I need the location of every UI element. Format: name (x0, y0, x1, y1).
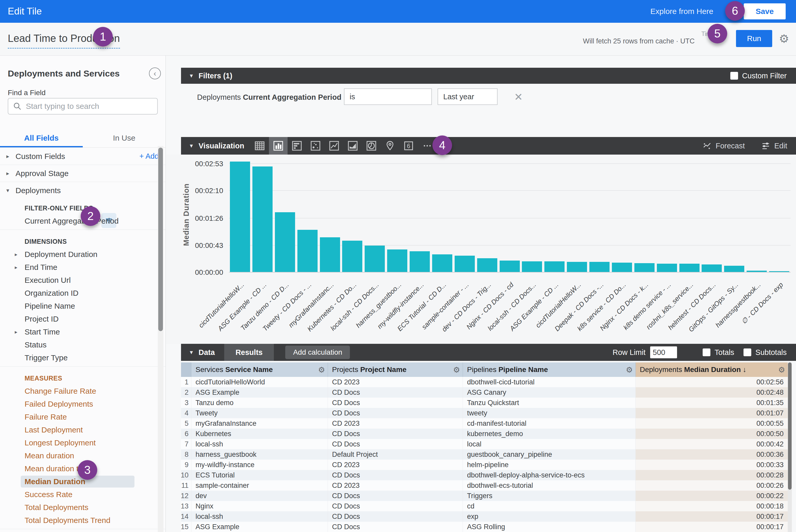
field-change-failure-rate[interactable]: Change Failure Rate (0, 385, 166, 398)
column-header-pipeline-name[interactable]: Pipelines Pipeline Name⚙ (463, 362, 636, 377)
field-start-time[interactable]: ▸Start Time (0, 325, 166, 338)
cell[interactable]: ASG Example (191, 522, 328, 532)
field-end-time[interactable]: ▸End Time (0, 261, 166, 274)
bar-Nginx-CD-Docs-k-[interactable] (634, 263, 654, 272)
cell[interactable]: helm-pipeline (463, 460, 636, 470)
table-scrollbar[interactable] (788, 362, 792, 532)
bar-helmtest-CD-Docs-[interactable] (702, 264, 722, 272)
cell[interactable]: sample-container (191, 480, 328, 491)
bar-my-wildfly-instance-[interactable] (410, 251, 430, 272)
chevron-right-icon[interactable]: ▸ (0, 153, 16, 160)
filter-value-select[interactable]: Last year (438, 89, 498, 105)
bar-ECS-Tutorial-CD-D-[interactable] (432, 254, 452, 272)
cell[interactable]: CD Docs (328, 501, 463, 511)
cell[interactable]: Tanzu demo (191, 398, 328, 408)
cell[interactable]: 00:00:36 (636, 449, 788, 460)
cell[interactable]: CD Docs (328, 522, 463, 532)
field-failure-rate[interactable]: Failure Rate (0, 411, 166, 423)
run-button[interactable]: Run (736, 30, 772, 47)
cell[interactable]: ASG Example (191, 387, 328, 398)
tab-all-fields[interactable]: All Fields (0, 129, 83, 147)
cell[interactable]: 00:00:33 (636, 460, 788, 470)
cell[interactable]: guestbook_canary_pipeline (463, 449, 636, 460)
bar-Nginx-CD-Docs-cd[interactable] (500, 261, 520, 272)
bar--CD-Docs-exp[interactable] (769, 271, 789, 272)
field-success-rate[interactable]: Success Rate (0, 488, 166, 501)
cell[interactable]: dbothwell-ecs-tutorial (463, 480, 636, 491)
cell[interactable]: CD Docs (328, 491, 463, 501)
chevron-right-icon[interactable]: ▸ (0, 170, 16, 177)
visualization-collapse-icon[interactable]: ▼ (189, 143, 194, 149)
cell[interactable]: 00:00:50 (636, 429, 788, 439)
forecast-button[interactable]: Forecast (703, 141, 745, 150)
field-execution-url[interactable]: Execution Url (0, 274, 166, 287)
cell[interactable]: cicdTutorialHelloWorld (191, 377, 328, 387)
cell[interactable]: dbothwell-cicd-tutorial (463, 377, 636, 387)
cell[interactable]: harness_guestbook (191, 449, 328, 460)
cell[interactable]: 00:00:26 (636, 480, 788, 491)
cell[interactable]: 00:00:55 (636, 418, 788, 429)
field-search[interactable] (8, 98, 158, 115)
bar-chart-icon[interactable] (288, 137, 306, 155)
cell[interactable]: dbothwell-deploy-alpha-service-to-ecs (463, 470, 636, 480)
cell[interactable]: ASG Canary (463, 387, 636, 398)
column-chart-icon[interactable] (269, 137, 288, 155)
remove-filter-icon[interactable]: ✕ (514, 91, 523, 103)
cell[interactable]: CD Docs (328, 398, 463, 408)
cell[interactable]: kubernetes_demo (463, 429, 636, 439)
tab-in-use[interactable]: In Use (83, 129, 166, 147)
cell[interactable]: myGrafanaInstance (191, 418, 328, 429)
add-custom-field-button[interactable]: + Add (140, 152, 159, 160)
filters-collapse-icon[interactable]: ▼ (189, 73, 194, 79)
cell[interactable]: 00:02:56 (636, 377, 788, 387)
bar-harness-guestboo-[interactable] (387, 249, 407, 272)
row-limit-input[interactable] (650, 346, 677, 358)
cell[interactable]: 00:00:17 (636, 511, 788, 522)
column-gear-icon[interactable]: ⚙ (626, 365, 633, 374)
field-total-deployments-trend[interactable]: Total Deployments Trend (0, 514, 166, 527)
bar-Kubernetes-CD-Do-[interactable] (342, 241, 362, 272)
single-value-chart-icon[interactable]: 6 (399, 137, 418, 155)
field-project-id[interactable]: Project ID (0, 312, 166, 325)
cell[interactable]: exp (463, 511, 636, 522)
bar-local-ssh-CD-Docs-[interactable] (522, 261, 542, 272)
cell[interactable]: 00:00:22 (636, 491, 788, 501)
bar-k8s-service-CD-Do-[interactable] (612, 263, 632, 272)
cell[interactable]: local-ssh (191, 439, 328, 449)
line-chart-icon[interactable] (325, 137, 344, 155)
cell[interactable]: ECS Tutorial (191, 470, 328, 480)
add-calculation-button[interactable]: Add calculation (285, 346, 350, 359)
subtotals-checkbox[interactable] (743, 348, 751, 356)
column-header-service-name[interactable]: Services Service Name⚙ (191, 362, 328, 377)
cell[interactable]: local-ssh (191, 511, 328, 522)
custom-filter-checkbox[interactable] (730, 72, 738, 80)
scatter-chart-icon[interactable] (306, 137, 325, 155)
column-header-project-name[interactable]: Projects Project Name⚙ (328, 362, 463, 377)
field-trigger-type[interactable]: Trigger Type (0, 351, 166, 364)
field-organization-id[interactable]: Organization ID (0, 287, 166, 300)
cell[interactable]: ASG Rolling (463, 522, 636, 532)
sidebar-item-deployments[interactable]: ▾Deployments2 (0, 182, 166, 199)
cell[interactable]: tweety (463, 408, 636, 418)
bar-roshni-k8s-service-[interactable] (679, 264, 700, 272)
chevron-right-icon[interactable]: ▸ (15, 264, 24, 270)
sidebar-item-custom-fields[interactable]: ▸Custom Fields+ Add (0, 148, 166, 165)
cell[interactable]: CD Docs (328, 387, 463, 398)
cell[interactable]: Nginx (191, 501, 328, 511)
cell[interactable]: 00:00:42 (636, 439, 788, 449)
explore-from-here-link[interactable]: Explore from Here (650, 7, 713, 16)
chevron-down-icon[interactable]: ▾ (0, 187, 16, 194)
cell[interactable]: Kubernetes (191, 429, 328, 439)
cell[interactable]: CD 2023 (328, 418, 463, 429)
field-status[interactable]: Status (0, 338, 166, 351)
sidebar-item-approval-stage[interactable]: ▸Approval Stage (0, 165, 166, 182)
chevron-right-icon[interactable]: ▸ (15, 251, 24, 258)
cell[interactable]: 00:02:48 (636, 387, 788, 398)
cell[interactable]: Triggers (463, 491, 636, 501)
totals-checkbox[interactable] (703, 348, 710, 356)
cell[interactable]: CD Docs (328, 408, 463, 418)
bar-Tanzu-demo-CD-D-[interactable] (275, 212, 295, 272)
cell[interactable]: CD Docs (328, 511, 463, 522)
field-last-deployment[interactable]: Last Deployment (0, 423, 166, 436)
bar-GitOps-GitOps-Sy-[interactable] (724, 266, 744, 272)
